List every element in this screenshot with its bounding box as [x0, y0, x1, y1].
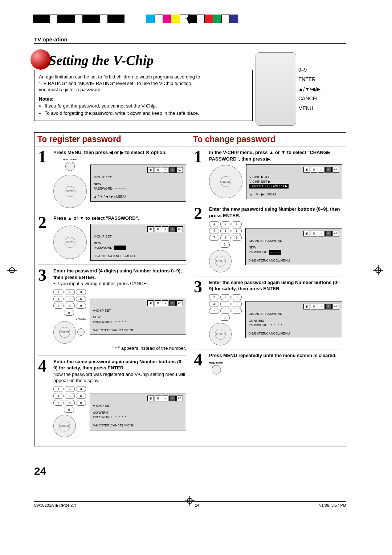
print-colorbar	[0, 15, 392, 23]
footer-filename: 5W30201A [E] (P24-27)	[34, 503, 76, 507]
registration-mark-top	[185, 14, 195, 24]
osd-panel-right-1: ◧▤≡⊘AB V-CHIP ▶OFF V-CHIP SET ▶ CHANGE P…	[246, 164, 342, 199]
print-footer: 5W30201A [E] (P24-27) 24 7/1/06, 3:57 PM	[34, 501, 346, 507]
register-password-column: To register password 1 Press MENU, then …	[34, 132, 190, 446]
dpad-icon	[53, 226, 87, 259]
remote-illustration	[256, 52, 296, 126]
right-step-4: 4 Press MENU repeatedly until the menu s…	[194, 349, 342, 376]
number-keypad-icon: 123456789 0	[53, 386, 86, 413]
dpad-icon	[53, 415, 76, 437]
remote-label-numbers: 0–9	[298, 65, 320, 75]
menu-button-icon	[65, 162, 75, 171]
left-step-1: 1 Press MENU, then press ◀ or ▶ to selec…	[38, 149, 186, 208]
dpad-icon	[209, 165, 242, 198]
number-keypad-icon: 123456789 0	[53, 289, 86, 316]
right-step-1: 1 In the V-CHIP menu, press ▲ or ▼ to se…	[194, 149, 342, 199]
dpad-icon	[209, 250, 232, 272]
left-step-4: 4 Enter the same password again using Nu…	[38, 355, 186, 437]
page-number: 24	[34, 465, 46, 477]
decorative-red-sphere	[30, 49, 51, 70]
remote-label-cancel: CANCEL	[298, 94, 320, 104]
registration-mark-left	[7, 265, 17, 275]
osd-panel-right-2: ◧▤≡⊘AB CHANGE PASSWORD NEW PASSWORD :– –…	[245, 228, 342, 265]
remote-label-arrows: ▲/▼/◀/▶	[298, 84, 320, 94]
registration-mark-right	[373, 265, 383, 275]
dpad-icon	[53, 175, 87, 208]
remote-label-menu: MENU	[298, 104, 320, 113]
menu-button-icon	[212, 365, 221, 374]
footer-timestamp: 7/1/06, 3:57 PM	[318, 503, 346, 507]
osd-panel-left-1: ◧▤≡⊘AB V-CHIP SET NEW PASSWORD : – – – –…	[90, 165, 186, 202]
osd-panel-left-2: ◧▤≡⊘AB V-CHIP SET NEW PASSWORD :– – – – …	[90, 224, 186, 261]
remote-label-enter: ENTER	[298, 74, 320, 84]
page-title: Setting the V-Chip	[34, 52, 253, 68]
change-password-heading: To change password	[190, 133, 346, 146]
right-step-3: 3 Enter the same password again using Nu…	[194, 276, 342, 345]
number-keypad-icon: 123456789 0	[209, 294, 242, 321]
left-step-2: 2 Press ▲ or ▼ to select "PASSWORD". ◧▤≡…	[38, 212, 186, 261]
section-header: TV operation	[34, 36, 346, 44]
dpad-icon	[53, 321, 76, 344]
osd-panel-right-3: ◧▤≡⊘AB CHANGE PASSWORD CONFIRM PASSWORD …	[245, 301, 342, 338]
footer-pagenum: 24	[195, 503, 199, 507]
number-keypad-icon: 123456789 0	[209, 221, 242, 248]
dpad-icon	[209, 323, 232, 345]
register-password-heading: To register password	[34, 133, 190, 146]
intro-box: An age limitation can be set to forbid c…	[34, 70, 253, 121]
change-password-column: To change password 1 In the V-CHIP menu,…	[190, 132, 346, 446]
remote-diagram: 0–9 ENTER ▲/▼/◀/▶ CANCEL MENU	[256, 52, 346, 126]
right-step-2: 2 Enter the new password using Number bu…	[194, 203, 342, 272]
osd-panel-left-4: ◧▤≡⊘AB V-CHIP SET CONFIRM PASSWORD : ＊＊＊…	[90, 393, 186, 430]
cancel-button-icon	[77, 328, 85, 336]
osd-panel-left-3: ◧▤≡⊘AB V-CHIP SET NEW PASSWORD : ＊＊＊＊ 0-…	[90, 298, 186, 335]
left-step-3: 3 Enter the password (4 digits) using Nu…	[38, 264, 186, 352]
